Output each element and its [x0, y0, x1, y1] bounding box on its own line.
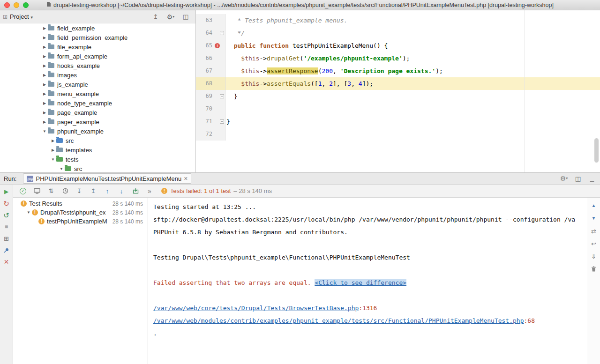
line-number[interactable]: 64	[196, 27, 215, 39]
chevron-right-icon[interactable]: ▶	[41, 36, 48, 40]
line-number[interactable]: 71	[196, 115, 215, 128]
clear-console-icon[interactable]	[590, 265, 598, 273]
project-item-templates[interactable]: ▶templates	[0, 145, 195, 155]
project-item-src[interactable]: ▶src	[0, 136, 195, 145]
line-number[interactable]: 66	[196, 52, 215, 65]
chevron-right-icon[interactable]: ▶	[50, 148, 56, 152]
project-item-hooks_example[interactable]: ▶hooks_example	[0, 61, 195, 70]
code-line[interactable]: $this->drupalGet('/examples/phpunit-exam…	[225, 52, 600, 65]
restore-layout-icon[interactable]: ⊞	[2, 234, 11, 243]
fold-marker-icon[interactable]: −	[220, 31, 224, 35]
sort-alphabetically-icon[interactable]: ⇅	[47, 187, 55, 195]
code-line[interactable]	[225, 128, 600, 141]
project-item-field_example[interactable]: ▶field_example	[0, 23, 195, 33]
project-item-pager_example[interactable]: ▶pager_example	[0, 117, 195, 126]
project-item-field_permission_example[interactable]: ▶field_permission_example	[0, 33, 195, 42]
chevron-right-icon[interactable]: ▶	[41, 111, 48, 115]
console-link[interactable]: /var/www/web/modules/contrib/examples/ph…	[153, 317, 524, 324]
code-line[interactable]: $this->assertResponse(200, 'Description …	[225, 65, 600, 77]
fold-marker-icon[interactable]: −	[220, 119, 224, 124]
project-item-src[interactable]: ▼src	[0, 164, 195, 172]
editor-scrollbar[interactable]	[594, 138, 599, 163]
collapse-tree-icon[interactable]: ↥	[89, 187, 98, 195]
settings-icon[interactable]: ⚙▾	[166, 13, 175, 21]
line-number[interactable]: 70	[196, 103, 215, 115]
more-chevron-icon[interactable]: »	[145, 187, 154, 195]
chevron-right-icon[interactable]: ▶	[41, 45, 48, 49]
test-tree-item[interactable]: ▼!Drupal\Tests\phpunit_ex28 s 140 ms	[13, 208, 148, 217]
collapse-all-icon[interactable]: ↥	[151, 13, 160, 21]
expand-all-icon[interactable]: ↧	[75, 187, 83, 195]
project-item-tests[interactable]: ▼tests	[0, 155, 195, 164]
project-item-file_example[interactable]: ▶file_example	[0, 42, 195, 52]
minimize-icon[interactable]: ▁	[588, 174, 596, 183]
editor[interactable]: 63 * Tests phpunit_example menus.64− */6…	[196, 10, 600, 172]
line-number[interactable]: 67	[196, 65, 215, 77]
project-header[interactable]: ⊞ Project ▾ ↥⚙▾◫	[0, 10, 195, 23]
test-console-output[interactable]: Testing started at 13:25 ...sftp://docke…	[149, 198, 587, 364]
toggle-autotest-icon[interactable]: ↺	[2, 211, 11, 219]
fold-marker-icon[interactable]: −	[220, 94, 224, 98]
project-item-menu_example[interactable]: ▶menu_example	[0, 89, 195, 98]
line-number[interactable]: 63	[196, 14, 215, 27]
chevron-right-icon[interactable]: ▶	[41, 92, 48, 96]
close-window-button[interactable]	[4, 2, 10, 8]
rerun-failed-icon[interactable]: ↻	[2, 199, 11, 208]
project-item-form_api_example[interactable]: ▶form_api_example	[0, 52, 195, 61]
chevron-right-icon[interactable]: ▶	[41, 73, 48, 77]
import-results-icon[interactable]	[131, 187, 140, 195]
scroll-down-icon[interactable]: ▼	[590, 214, 598, 223]
chevron-down-icon[interactable]: ▼	[41, 129, 48, 134]
line-number[interactable]: 69	[196, 90, 215, 103]
code-line[interactable]: */	[225, 27, 600, 39]
chevron-right-icon[interactable]: ▶	[41, 101, 48, 105]
run-tab[interactable]: php PHPUnitExampleMenuTest.testPhpUnitEx…	[23, 173, 191, 184]
failed-test-run-icon[interactable]: !	[215, 43, 220, 48]
test-tree-item[interactable]: !Test Results28 s 140 ms	[13, 199, 148, 208]
close-icon[interactable]: ×	[2, 258, 11, 266]
chevron-down-icon[interactable]: ▼	[58, 167, 65, 171]
soft-wrap-icon[interactable]: ↩	[590, 239, 598, 248]
code-line[interactable]: * Tests phpunit_example menus.	[225, 14, 600, 27]
scroll-end-icon[interactable]: ⇓	[590, 252, 598, 260]
line-number[interactable]: 65	[196, 39, 215, 52]
swap-output-icon[interactable]: ⇄	[590, 227, 598, 235]
chevron-down-icon[interactable]: ▼	[25, 210, 32, 215]
stop-icon[interactable]: ■	[2, 223, 11, 231]
chevron-right-icon[interactable]: ▶	[41, 64, 48, 68]
next-failed-icon[interactable]: ↓	[117, 187, 126, 195]
code-line[interactable]: }	[225, 115, 600, 128]
scroll-up-icon[interactable]: ▲	[590, 201, 598, 210]
console-link[interactable]: /var/www/web/core/tests/Drupal/Tests/Bro…	[153, 305, 359, 312]
float-icon[interactable]: ◫	[574, 174, 582, 183]
code-line[interactable]: $this->assertEquals([1, 2], [3, 4]);	[225, 77, 600, 90]
project-item-images[interactable]: ▶images	[0, 70, 195, 80]
previous-failed-icon[interactable]: ↑	[103, 187, 112, 195]
pin-tab-icon[interactable]	[2, 246, 11, 254]
chevron-right-icon[interactable]: ▶	[41, 26, 48, 30]
hide-passed-icon[interactable]: ✓	[19, 187, 27, 195]
code-line[interactable]: }	[225, 90, 600, 103]
minimize-window-button[interactable]	[14, 2, 19, 8]
test-tree-item[interactable]: !testPhpUnitExampleM28 s 140 ms	[13, 217, 148, 226]
rerun-icon[interactable]: ▶	[2, 187, 11, 196]
line-number[interactable]: 72	[196, 128, 215, 141]
hide-panel-icon[interactable]: ◫	[181, 13, 190, 21]
close-tab-icon[interactable]: ×	[184, 175, 188, 182]
project-item-node_type_example[interactable]: ▶node_type_example	[0, 98, 195, 108]
chevron-right-icon[interactable]: ▶	[41, 120, 48, 124]
project-item-phpunit_example[interactable]: ▼phpunit_example	[0, 126, 195, 136]
line-number[interactable]: 68	[196, 77, 215, 90]
code-line[interactable]: public function testPhpUnitExampleMenu()…	[225, 39, 600, 52]
chevron-right-icon[interactable]: ▶	[41, 82, 48, 87]
code-line[interactable]	[225, 103, 600, 115]
chevron-down-icon[interactable]: ▼	[50, 157, 56, 162]
sort-by-duration-icon[interactable]	[61, 187, 69, 195]
console-link[interactable]: <Click to see difference>	[315, 279, 406, 286]
zoom-window-button[interactable]	[23, 2, 29, 8]
chevron-right-icon[interactable]: ▶	[50, 139, 56, 143]
show-ignored-icon[interactable]	[33, 187, 41, 195]
settings-icon[interactable]: ⚙▾	[560, 174, 568, 183]
chevron-right-icon[interactable]: ▶	[41, 54, 48, 59]
project-item-page_example[interactable]: ▶page_example	[0, 108, 195, 117]
